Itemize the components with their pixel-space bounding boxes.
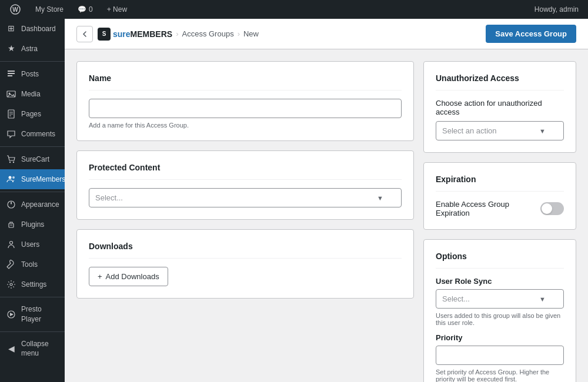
dashboard-icon: ⊞ [6,24,16,34]
svg-marker-21 [10,313,14,316]
priority-section: Priority Set priority of Access Group. H… [436,333,564,382]
user-role-arrow-icon: ▼ [539,296,546,303]
admin-bar: W My Store 💬 0 + New Howdy, admin [0,0,588,19]
svg-text:W: W [12,6,18,13]
user-role-label: User Role Sync [436,277,564,286]
protected-content-placeholder: Select... [95,193,123,202]
sidebar-label-collapse: Collapse menu [21,339,59,359]
add-downloads-button[interactable]: + Add Downloads [89,267,168,286]
expiration-toggle-label: Enable Access Group Expiration [436,200,540,217]
priority-hint: Set priority of Access Group. Higher the… [436,368,564,382]
unauthorized-action-select[interactable]: Select an action ▼ [436,121,564,140]
comment-icon: 💬 [78,5,86,14]
user-role-placeholder: Select... [442,294,470,303]
protected-content-select-wrapper: Select... ▼ [89,188,402,207]
wp-logo-link[interactable]: W [6,0,25,19]
menu-sep-5 [0,331,65,332]
sidebar-item-collapse[interactable]: ◀ Collapse menu [0,334,65,364]
sidebar-item-plugins[interactable]: Plugins [0,215,65,234]
unauthorized-title: Unauthorized Access [436,73,564,91]
priority-input[interactable] [436,346,564,365]
sidebar-item-suremembers[interactable]: SureMembers [0,169,65,189]
sure-logo-icon: S [98,28,111,41]
save-button-label: Save Access Group [495,29,567,38]
svg-point-19 [10,283,12,286]
settings-icon [6,279,16,290]
menu-sep-2 [0,146,65,147]
name-card-title: Name [89,73,402,91]
breadcrumb: S sureMEMBERS › Access Groups › New [98,28,259,41]
surecart-icon [6,154,16,165]
brand-name: sureMEMBERS [113,29,172,39]
sidebar-label-appearance: Appearance [21,200,59,210]
expiration-title: Expiration [436,175,564,192]
downloads-title: Downloads [89,242,402,259]
breadcrumb-current: New [243,29,259,38]
sidebar-label-media: Media [21,89,41,99]
user-role-select[interactable]: Select... ▼ [436,289,564,309]
side-column: Unauthorized Access Choose action for un… [423,61,576,382]
sidebar-label-pages: Pages [21,109,41,119]
svg-point-12 [13,162,14,163]
name-input[interactable] [89,99,402,118]
new-label: + New [107,5,127,14]
main-content: S sureMEMBERS › Access Groups › New Save… [65,19,588,382]
sidebar-item-surecart[interactable]: SureCart [0,149,65,169]
unauthorized-label: Choose action for unauthorized access [436,99,564,116]
sidebar-item-presto-player[interactable]: Presto Player [0,300,65,329]
site-name-link[interactable]: My Store [32,0,67,19]
priority-label: Priority [436,333,564,342]
collapse-icon: ◀ [6,343,16,354]
menu-sep-1 [0,61,65,62]
menu-sep-3 [0,192,65,192]
sidebar-item-comments[interactable]: Comments [0,124,65,144]
svg-rect-2 [8,71,15,72]
howdy-user[interactable]: Howdy, admin [531,0,582,19]
sidebar-label-astra: Astra [21,44,38,54]
admin-sidebar: ⊞ Dashboard ★ Astra Posts Media Pages [0,19,65,382]
comments-count: 0 [89,5,93,14]
protected-content-card: Protected Content Select... ▼ [76,150,414,220]
svg-point-11 [9,162,11,163]
save-access-group-button[interactable]: Save Access Group [486,25,576,43]
users-icon [6,239,16,250]
sidebar-item-users[interactable]: Users [0,234,65,254]
svg-point-14 [12,176,15,179]
add-downloads-label: Add Downloads [106,272,159,281]
expiration-toggle[interactable] [540,202,564,215]
user-role-hint: Users added to this group will also be g… [436,312,564,326]
sidebar-item-dashboard[interactable]: ⊞ Dashboard [0,19,65,39]
sidebar-label-settings: Settings [21,280,46,290]
site-name: My Store [35,5,64,14]
sidebar-item-pages[interactable]: Pages [0,104,65,124]
tools-icon [6,259,16,270]
sidebar-item-posts[interactable]: Posts [0,64,65,84]
sidebar-label-plugins: Plugins [21,220,44,230]
appearance-icon [6,199,16,210]
comments-menu-icon [6,129,16,139]
sidebar-item-media[interactable]: Media [0,84,65,104]
options-title: Options [436,252,564,269]
expiration-toggle-row: Enable Access Group Expiration [436,200,564,217]
new-content-link[interactable]: + New [103,0,131,19]
wp-logo-icon: W [9,4,21,15]
user-role-select-wrapper: Select... ▼ [436,289,564,309]
unauthorized-card: Unauthorized Access Choose action for un… [423,61,576,153]
protected-content-select[interactable]: Select... ▼ [89,188,402,207]
user-role-section: User Role Sync Select... ▼ Users added t… [436,277,564,326]
back-button[interactable] [76,26,93,42]
unauthorized-placeholder: Select an action [442,126,497,135]
brand-logo: S sureMEMBERS [98,28,172,41]
main-column: Name Add a name for this Access Group. P… [76,61,414,299]
sidebar-label-presto: Presto Player [21,304,59,324]
expiration-card: Expiration Enable Access Group Expiratio… [423,162,576,230]
name-card: Name Add a name for this Access Group. [76,61,414,141]
sidebar-label-comments: Comments [21,129,55,139]
comments-link[interactable]: 💬 0 [74,0,96,19]
breadcrumb-sep-1: › [176,29,178,38]
sidebar-item-tools[interactable]: Tools [0,254,65,274]
sidebar-item-appearance[interactable]: Appearance [0,195,65,215]
unauthorized-select-wrapper: Select an action ▼ [436,121,564,140]
sidebar-item-astra[interactable]: ★ Astra [0,39,65,59]
sidebar-item-settings[interactable]: Settings [0,274,65,294]
